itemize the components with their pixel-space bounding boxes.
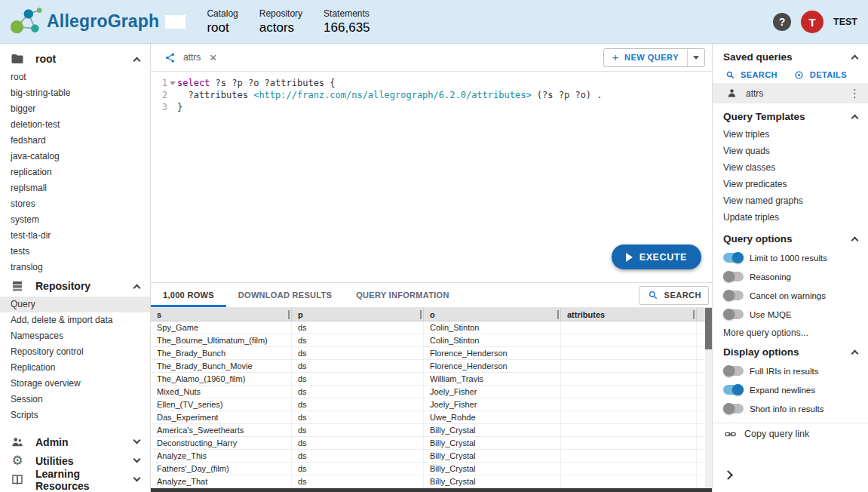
toggle-option[interactable]: Expand newlines — [713, 380, 868, 399]
results-search-button[interactable]: SEARCH — [639, 286, 709, 305]
catalog-item[interactable]: system — [0, 212, 150, 228]
sidebar-section-admin[interactable]: Admin — [0, 432, 150, 451]
repository-item[interactable]: Session — [0, 392, 150, 407]
saved-queries-details-link[interactable]: DETAILS — [793, 70, 847, 80]
repository-item[interactable]: Namespaces — [0, 328, 150, 344]
template-item[interactable]: View classes — [713, 159, 868, 176]
repository-item[interactable]: Add, delete & import data — [0, 312, 150, 328]
column-header-o[interactable]: o — [424, 308, 561, 321]
copy-query-link-button[interactable]: Copy query link — [713, 423, 868, 444]
toggle-switch[interactable] — [723, 366, 744, 376]
catalog-item[interactable]: stores — [0, 196, 150, 212]
column-header-attributes[interactable]: attributes — [561, 308, 697, 321]
toggle-switch[interactable] — [723, 309, 744, 319]
collapse-sidebar-button[interactable] — [725, 468, 732, 481]
column-header-s[interactable]: s — [151, 308, 292, 321]
result-row[interactable]: Fathers'_Day_(film) ds Billy_Crystal — [151, 463, 712, 475]
code-editor[interactable]: 1 select ?s ?p ?o ?attributes { 2 ?attri… — [151, 72, 712, 282]
repository-item[interactable]: Storage overview — [0, 376, 150, 392]
vertical-scrollbar[interactable] — [705, 308, 712, 488]
more-query-options-link[interactable]: More query options... — [713, 324, 868, 342]
results-tab[interactable]: DOWNLOAD RESULTS — [226, 283, 344, 307]
sidebar-section-learning-resources[interactable]: Learning Resources — [0, 470, 150, 489]
result-row[interactable]: The_Bourne_Ultimatum_(film) ds Colin_Sti… — [151, 334, 712, 347]
template-item[interactable]: Update triples — [713, 209, 868, 226]
catalog-item[interactable]: root — [0, 69, 150, 85]
chevron-up-icon[interactable] — [851, 54, 859, 62]
catalog-item[interactable]: fedshard — [0, 133, 150, 149]
toggle-option[interactable]: Use MJQE — [713, 305, 868, 324]
new-query-button[interactable]: + NEW QUERY — [603, 48, 705, 67]
query-options-header[interactable]: Query options — [713, 229, 868, 248]
toggle-option[interactable]: Limit to 1000 results — [713, 248, 868, 267]
result-row[interactable]: The_Brady_Bunch ds Florence_Henderson — [151, 347, 712, 360]
toggle-option[interactable]: Short info in results — [713, 399, 868, 418]
toggle-switch[interactable] — [723, 404, 744, 414]
column-resize-handle[interactable] — [420, 310, 422, 319]
avatar[interactable]: T — [801, 11, 824, 33]
toggle-option[interactable]: Cancel on warnings — [713, 286, 868, 305]
chevron-down-icon[interactable] — [133, 437, 141, 444]
repository-section-header[interactable]: Repository — [0, 275, 150, 297]
repository-item[interactable]: Replication — [0, 360, 150, 376]
result-row[interactable]: Ellen_(TV_series) ds Joely_Fisher — [151, 398, 712, 411]
close-icon[interactable]: ✕ — [209, 52, 217, 63]
saved-query-item[interactable]: attrs ⋮ — [713, 83, 868, 103]
repository-item[interactable]: Query — [0, 297, 150, 312]
chevron-up-icon[interactable] — [133, 57, 141, 64]
catalog-section-header[interactable]: root — [0, 48, 150, 69]
saved-queries-search-link[interactable]: SEARCH — [723, 70, 778, 80]
chevron-up-icon[interactable] — [851, 114, 859, 121]
catalog-item[interactable]: deletion-test — [0, 117, 150, 133]
catalog-item[interactable]: test-tla-dir — [0, 228, 150, 244]
catalog-item[interactable]: replsmall — [0, 180, 150, 196]
result-row[interactable]: Das_Experiment ds Uwe_Rohde — [151, 411, 712, 424]
new-query-dropdown[interactable] — [687, 49, 704, 66]
fold-caret-icon[interactable] — [170, 81, 176, 85]
catalog-item[interactable]: big-string-table — [0, 85, 150, 101]
catalog-item[interactable]: bigger — [0, 101, 150, 117]
catalog-value[interactable]: root — [207, 20, 238, 35]
execute-button[interactable]: EXECUTE — [612, 244, 701, 269]
scrollbar-thumb[interactable] — [705, 308, 712, 349]
catalog-item[interactable]: replication — [0, 165, 150, 180]
result-row[interactable]: America's_Sweethearts ds Billy_Crystal — [151, 424, 712, 437]
results-tab[interactable]: 1,000 ROWS — [151, 283, 226, 307]
saved-queries-header[interactable]: Saved queries — [713, 47, 868, 66]
code-line-2[interactable]: 2 ?attributes <http://franz.com/ns/alleg… — [151, 89, 712, 101]
result-row[interactable]: Deconstructing_Harry ds Billy_Crystal — [151, 437, 712, 450]
column-resize-handle[interactable] — [693, 310, 695, 319]
chevron-up-icon[interactable] — [851, 236, 859, 244]
code-line-1[interactable]: 1 select ?s ?p ?o ?attributes { — [151, 77, 712, 89]
column-header-p[interactable]: p — [292, 308, 424, 321]
toggle-switch[interactable] — [723, 385, 744, 395]
user-name[interactable]: TEST — [833, 17, 857, 27]
chevron-up-icon[interactable] — [851, 349, 859, 357]
horizontal-scrollbar[interactable] — [151, 488, 712, 492]
repository-item[interactable]: Scripts — [0, 407, 150, 423]
result-row[interactable]: Mixed_Nuts ds Joely_Fisher — [151, 386, 712, 398]
toggle-switch[interactable] — [723, 291, 744, 300]
catalog-item[interactable]: tests — [0, 244, 150, 260]
result-row[interactable]: Analyze_This ds Billy_Crystal — [151, 450, 712, 463]
template-item[interactable]: View predicates — [713, 176, 868, 192]
query-templates-header[interactable]: Query Templates — [713, 106, 868, 126]
column-resize-handle[interactable] — [288, 310, 290, 319]
chevron-down-icon[interactable] — [133, 475, 141, 482]
toggle-switch[interactable] — [723, 253, 744, 263]
kebab-menu-icon[interactable]: ⋮ — [849, 88, 860, 99]
result-row[interactable]: The_Brady_Bunch_Movie ds Florence_Hender… — [151, 360, 712, 373]
catalog-item[interactable]: translog — [0, 260, 150, 275]
result-row[interactable]: The_Alamo_(1960_film) ds William_Travis — [151, 373, 712, 386]
column-resize-handle[interactable] — [557, 310, 559, 319]
query-tab-attrs[interactable]: attrs ✕ — [151, 44, 229, 71]
help-icon[interactable]: ? — [773, 13, 791, 31]
result-row[interactable]: Spy_Game ds Colin_Stinton — [151, 321, 712, 334]
toggle-option[interactable]: Reasoning — [713, 267, 868, 286]
template-item[interactable]: View named graphs — [713, 192, 868, 209]
results-tab[interactable]: QUERY INFORMATION — [344, 283, 461, 307]
toggle-switch[interactable] — [723, 272, 744, 281]
chevron-down-icon[interactable] — [133, 456, 141, 463]
repository-value[interactable]: actors — [259, 20, 302, 35]
catalog-item[interactable]: java-catalog — [0, 149, 150, 165]
